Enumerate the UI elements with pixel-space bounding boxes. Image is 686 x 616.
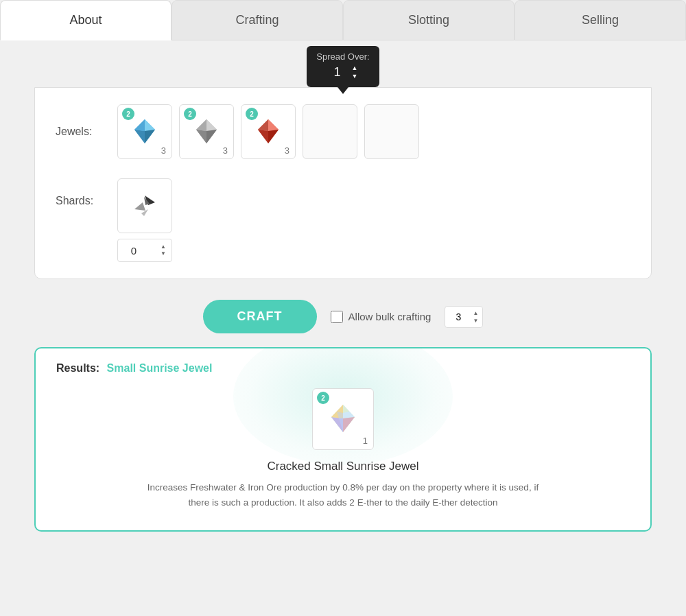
jewel-badge-grey: 2 xyxy=(184,108,196,120)
craft-section: CRAFT Allow bulk crafting ▲ ▼ xyxy=(34,300,652,333)
jewel-slot-empty1[interactable] xyxy=(303,104,357,159)
svg-marker-9 xyxy=(206,130,217,143)
svg-marker-4 xyxy=(145,130,155,143)
tab-crafting[interactable]: Crafting xyxy=(172,0,343,40)
jewel-slot-grey[interactable]: 2 3 xyxy=(179,104,234,159)
svg-marker-14 xyxy=(268,130,279,143)
svg-marker-3 xyxy=(134,119,145,131)
shard-down-button[interactable]: ▼ xyxy=(161,250,166,257)
jewels-label: Jewels: xyxy=(56,126,117,138)
spread-over-input: ▲ ▼ xyxy=(327,64,359,80)
jewel-slot-blue[interactable]: 2 3 xyxy=(117,104,172,159)
tab-selling[interactable]: Selling xyxy=(514,0,686,40)
svg-marker-13 xyxy=(258,119,268,131)
results-item: 2 1 Cracked Small Sunrise Jewel Increase… xyxy=(56,388,630,510)
svg-marker-12 xyxy=(258,130,268,143)
result-jewel-slot[interactable]: 2 1 xyxy=(312,388,374,450)
app-container: About Crafting Slotting Selling Spread O… xyxy=(0,0,686,616)
svg-marker-11 xyxy=(268,119,279,131)
jewel-badge-red: 2 xyxy=(246,108,258,120)
tabs-bar: About Crafting Slotting Selling xyxy=(0,0,686,40)
result-item-name: Cracked Small Sunrise Jewel xyxy=(267,460,418,473)
jewel-count-blue: 3 xyxy=(161,145,166,156)
bulk-spin-buttons: ▲ ▼ xyxy=(473,309,479,324)
svg-marker-23 xyxy=(343,417,355,432)
tab-about[interactable]: About xyxy=(0,0,172,40)
results-item-highlight: Small Sunrise Jewel xyxy=(107,362,213,374)
sunrise-jewel-icon xyxy=(324,401,362,438)
tab-slotting[interactable]: Slotting xyxy=(343,0,514,40)
shard-value-input[interactable] xyxy=(123,245,144,257)
spread-over-down[interactable]: ▼ xyxy=(351,73,359,80)
craft-button[interactable]: CRAFT xyxy=(203,300,317,333)
grey-jewel-icon xyxy=(191,116,222,147)
spread-over-field[interactable] xyxy=(327,65,348,80)
results-title: Results: Small Sunrise Jewel xyxy=(56,362,630,375)
jewel-slot-red[interactable]: 2 3 xyxy=(241,104,296,159)
svg-marker-7 xyxy=(196,130,206,143)
shard-icon xyxy=(129,190,161,222)
spread-over-spinner: ▲ ▼ xyxy=(351,64,359,80)
crafting-card: Jewels: 2 3 2 xyxy=(34,87,652,279)
shards-section: Shards: xyxy=(56,178,630,262)
bulk-value-input[interactable] xyxy=(449,311,467,322)
jewel-slot-empty2[interactable] xyxy=(364,104,419,159)
shard-spinner[interactable]: ▲ ▼ xyxy=(117,239,172,262)
result-jewel-badge: 2 xyxy=(317,392,329,404)
svg-marker-8 xyxy=(196,119,206,131)
svg-marker-1 xyxy=(145,119,155,131)
spread-over-wrapper: Spread Over: ▲ ▼ xyxy=(0,46,686,87)
bulk-up-button[interactable]: ▲ xyxy=(473,309,479,317)
jewels-row: Jewels: 2 3 2 xyxy=(56,104,630,159)
results-card: Results: Small Sunrise Jewel 2 1 xyxy=(34,347,652,532)
shard-up-button[interactable]: ▲ xyxy=(161,244,166,250)
result-item-description: Increases Freshwater & Iron Ore producti… xyxy=(137,480,549,510)
allow-bulk-checkbox[interactable] xyxy=(331,311,343,323)
results-label: Results: xyxy=(56,362,99,374)
allow-bulk-text: Allow bulk crafting xyxy=(348,311,431,322)
spread-over-label: Spread Over: xyxy=(316,51,369,62)
bulk-spinner[interactable]: ▲ ▼ xyxy=(445,306,483,328)
jewels-slots: 2 3 2 xyxy=(117,104,419,159)
blue-jewel-icon xyxy=(129,116,161,147)
svg-marker-24 xyxy=(343,405,349,413)
shard-spin-buttons: ▲ ▼ xyxy=(161,244,166,257)
bulk-down-button[interactable]: ▼ xyxy=(473,317,479,324)
shards-label: Shards: xyxy=(56,178,117,207)
bulk-craft-label: Allow bulk crafting xyxy=(331,311,431,323)
jewel-count-grey: 3 xyxy=(223,145,228,156)
result-jewel-count: 1 xyxy=(363,436,368,446)
jewel-count-red: 3 xyxy=(285,145,289,156)
svg-marker-16 xyxy=(134,202,145,211)
red-jewel-icon xyxy=(252,116,284,147)
spread-over-up[interactable]: ▲ xyxy=(351,64,359,72)
svg-marker-6 xyxy=(206,119,217,131)
shard-slot[interactable] xyxy=(117,178,172,233)
spread-over-tooltip: Spread Over: ▲ ▼ xyxy=(307,46,379,87)
jewel-badge-blue: 2 xyxy=(122,108,134,120)
svg-marker-2 xyxy=(134,130,145,143)
